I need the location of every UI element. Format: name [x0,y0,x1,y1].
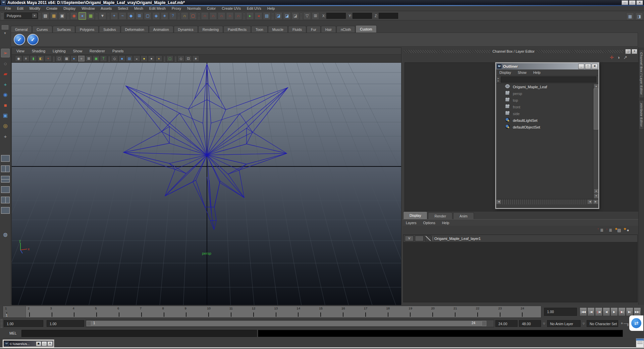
shelf-tab-fluids[interactable]: Fluids [288,26,306,33]
frame-8[interactable]: 8 [160,306,183,317]
outliner-vertical-scrollbar[interactable]: ▲ ▲ ▼ [593,84,598,199]
use-default-material-icon[interactable]: ◒ [133,55,140,62]
mel-command-input[interactable] [21,330,257,337]
ipr-render-icon[interactable]: ◪ [283,12,291,20]
frame-1[interactable]: 11 [3,306,26,317]
select-camera-icon[interactable]: ◉ [15,55,22,62]
resolution-gate-icon[interactable]: ● [70,55,77,62]
lock-selection-icon[interactable]: ∩ [181,12,189,20]
step-back-key-button[interactable]: ||◀ [595,307,602,316]
layer-tab-display[interactable]: Display [403,211,427,219]
menu-mesh[interactable]: Mesh [131,6,146,10]
shelf-tab-custom[interactable]: Custom [356,25,376,33]
go-to-start-button[interactable]: |◀◀ [580,307,587,316]
input-connections-icon[interactable]: ▸ [246,12,254,20]
key-icon[interactable]: ⚬─╖ [620,321,629,326]
scrollbar-thumb[interactable] [594,89,598,130]
menu-edit-mesh[interactable]: Edit Mesh [146,6,169,10]
menu-select[interactable]: Select [115,6,131,10]
outliner-item-front[interactable]: front [496,104,598,110]
statusline-separator[interactable] [272,12,274,19]
character-set-dropdown[interactable]: No Character Set [587,320,618,327]
soft-modification-tool[interactable]: ◎ [1,121,10,130]
scroll-down-icon[interactable]: ▼ [594,194,598,199]
frame-13[interactable]: 13 [272,306,295,317]
viewport-menu-panels[interactable]: Panels [112,49,128,53]
frame-11[interactable]: 11 [227,306,250,317]
layer-visibility-toggle[interactable]: V [405,236,414,241]
layer-menu-options[interactable]: Options [420,221,439,225]
frame-3[interactable]: 3 [48,306,71,317]
layer-tab-render[interactable]: Render [428,212,452,219]
shelf-tab-general[interactable]: General [11,26,32,33]
smooth-shade-icon[interactable]: ■ [118,55,125,62]
mini-maximize-button[interactable]: □ [42,341,47,346]
output-connections-icon[interactable]: ◂ [255,12,262,20]
frame-2[interactable]: 2 [26,306,48,317]
snap-grid-icon[interactable]: + [110,12,118,20]
shelf-tab-animation[interactable]: Animation [149,26,173,33]
lasso-select-tool[interactable]: ◌ [1,59,10,68]
select-tool[interactable]: ➢ [1,49,10,57]
open-scene-icon[interactable]: ▦ [50,12,58,20]
show-manipulator-display-icon[interactable]: ▦ [626,12,634,20]
shelf-menu-arrow-icon[interactable]: ▼ [4,32,7,35]
scale-tool[interactable]: ■ [1,101,10,109]
universal-manipulator-tool[interactable]: ▣ [1,111,10,120]
frame-17[interactable]: 17 [362,306,384,317]
axis-orientation-icon[interactable]: ✛ [610,55,614,60]
frame-9[interactable]: 9 [182,306,205,317]
layer-color-swatch[interactable] [425,236,431,241]
outliner-maximize-button[interactable]: □ [585,64,591,69]
speed-toggle-icon[interactable]: ◑ [617,55,620,60]
minimize-button[interactable]: — [622,0,628,5]
pane-drag-handle[interactable] [537,50,623,53]
isolate-select-icon[interactable]: ▢ [56,55,63,62]
layer-menu-layers[interactable]: Layers [402,221,420,225]
menu-file[interactable]: File [2,6,14,10]
move-layer-down-icon[interactable]: ≣↓ [607,228,613,233]
menu-display[interactable]: Display [60,6,78,10]
select-objects-mode-icon[interactable]: ▢ [166,55,173,62]
plugin-shapes-icon[interactable]: ◇ [177,55,184,62]
select-hierarchy-icon[interactable]: ◉ [70,12,78,20]
select-component-icon[interactable]: ▦ [87,12,95,20]
construction-history-icon[interactable]: ▤ [263,12,271,20]
wireframe-mode-icon[interactable]: ◇ [111,55,118,62]
shelf-tab-deformation[interactable]: Deformation [121,26,149,33]
pan-zoom-icon[interactable]: + [45,55,52,62]
frame-6[interactable]: 6 [115,306,138,317]
go-to-end-button[interactable]: ▶▶| [634,307,641,316]
selection-mask-icon[interactable]: ▼ [99,12,106,20]
lighting-all-icon[interactable]: ● [141,55,148,62]
menu-normals[interactable]: Normals [184,6,204,10]
outliner-item-origami-maple-leaf[interactable]: Origami_Maple_Leaf [496,84,598,90]
outliner-titlebar[interactable]: M Outliner _□✕ [496,63,598,69]
menu-window[interactable]: Window [78,6,98,10]
safe-action-icon[interactable]: ▣ [93,55,100,62]
textured-mode-icon[interactable]: ▨ [126,55,133,62]
render-current-frame-icon[interactable]: ◪ [275,12,282,20]
scroll-right-icon[interactable]: ▶ [593,199,598,204]
outliner-menu-help[interactable]: Help [530,70,544,74]
range-end-handle[interactable] [482,321,486,326]
statusline-grip[interactable] [1,12,3,19]
absolute-transform-icon[interactable]: ⊞ [312,12,319,20]
outliner-menu-show[interactable]: Show [514,70,530,74]
frame-24[interactable]: 24 [519,306,541,317]
range-start-handle[interactable] [87,321,91,326]
frame-19[interactable]: 19 [407,306,429,317]
range-slider-thumb[interactable] [87,321,486,326]
frame-15[interactable]: 15 [317,306,339,317]
lighting-selected-icon[interactable]: ● [148,55,155,62]
menu-assets[interactable]: Assets [98,6,115,10]
hypergraph-button[interactable]: ◍ [1,230,10,239]
select-object-icon[interactable]: ● [78,12,86,20]
viewport-menu-lighting[interactable]: Lighting [53,49,70,53]
pane-drag-handle[interactable] [404,50,490,53]
menu-proxy[interactable]: Proxy [169,6,184,10]
persp-outliner-layout-button[interactable] [1,197,10,203]
outliner-item-persp[interactable]: persp [496,90,598,97]
custom-shelf-button-1[interactable]: ✓ [14,34,25,45]
frame-7[interactable]: 7 [138,306,160,317]
